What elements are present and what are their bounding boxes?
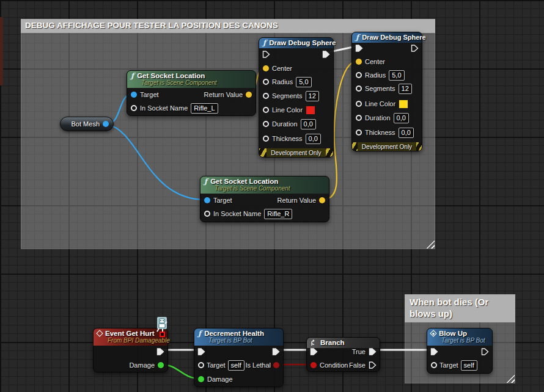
duration-field[interactable]: 0,0 <box>301 119 316 129</box>
exec-out-pin[interactable] <box>322 51 330 58</box>
target-input-pin[interactable] <box>131 92 137 98</box>
node-subtitle: Target is Scene Component <box>215 185 325 192</box>
blueprint-graph-canvas[interactable]: DEBUG AFFICHAGE POUR TESTER LA POSITION … <box>0 0 544 392</box>
true-exec-out-pin[interactable] <box>369 348 377 355</box>
return-value-pin-label: Return Value <box>204 91 243 98</box>
event-icon <box>96 330 103 336</box>
exec-out-pin[interactable] <box>481 348 489 355</box>
line-color-input-pin[interactable] <box>263 107 269 113</box>
radius-input-pin[interactable] <box>356 72 362 78</box>
node-header[interactable]: Blow Up Target is BP Bot <box>427 328 492 346</box>
in-socket-name-pin[interactable] <box>204 211 210 217</box>
return-value-output-pin[interactable] <box>319 197 325 203</box>
damage-input-pin[interactable] <box>198 376 204 382</box>
exec-in-pin[interactable] <box>430 348 438 355</box>
target-input-pin[interactable] <box>204 197 210 203</box>
function-icon: ƒ <box>131 72 134 79</box>
exec-out-pin[interactable] <box>411 45 419 52</box>
node-header[interactable]: ƒ Draw Debug Sphere <box>352 32 422 43</box>
in-socket-name-pin[interactable] <box>131 105 137 111</box>
center-input-pin[interactable] <box>263 65 269 71</box>
thickness-pin-label: Thickness <box>272 135 303 142</box>
exec-out-pin[interactable] <box>156 348 164 355</box>
segments-input-pin[interactable] <box>356 85 362 92</box>
node-get-socket-location-1[interactable]: ƒ Get Socket Location Target is Scene Co… <box>127 70 256 116</box>
exec-in-pin[interactable] <box>262 51 270 58</box>
line-color-swatch[interactable] <box>399 100 408 109</box>
target-field[interactable]: self <box>461 360 477 371</box>
node-bot-mesh[interactable]: Bot Mesh <box>60 117 114 131</box>
node-subtitle: From BPI Damageable <box>108 337 164 344</box>
node-branch[interactable]: Branch True Condition False <box>306 337 380 372</box>
exec-in-pin[interactable] <box>197 348 205 355</box>
false-exec-out-pin[interactable] <box>369 361 377 369</box>
development-only-banner: Development Only <box>259 148 333 157</box>
node-title: Get Socket Location <box>137 72 205 79</box>
radius-field[interactable]: 5,0 <box>296 77 311 87</box>
thickness-field[interactable]: 0,0 <box>306 134 321 144</box>
node-decrement-health[interactable]: ƒ Decrement Health Target is BP Bot Targ… <box>194 328 284 387</box>
breakpoint-marker[interactable] <box>160 332 165 337</box>
node-title: Branch <box>320 339 345 346</box>
node-header[interactable]: ƒ Get Socket Location Target is Scene Co… <box>200 176 329 194</box>
node-get-socket-location-2[interactable]: ƒ Get Socket Location Target is Scene Co… <box>200 176 329 222</box>
line-color-swatch[interactable] <box>306 106 315 115</box>
target-field[interactable]: self <box>228 360 244 371</box>
line-color-pin-label: Line Color <box>365 100 395 107</box>
node-draw-debug-sphere-2[interactable]: ƒ Draw Debug Sphere Center Radius 5,0 Se… <box>351 32 422 151</box>
return-value-pin-label: Return Value <box>278 197 316 204</box>
bot-mesh-output-pin[interactable] <box>103 121 109 127</box>
condition-input-pin[interactable] <box>311 362 317 368</box>
duration-input-pin[interactable] <box>263 121 269 127</box>
function-icon: ƒ <box>356 34 359 41</box>
node-header[interactable]: ƒ Draw Debug Sphere <box>259 38 333 48</box>
target-input-pin[interactable] <box>431 362 437 368</box>
clipped-node-edge <box>0 17 3 85</box>
node-subtitle: Target is BP Bot <box>208 337 279 344</box>
socket-name-field[interactable]: Rifle_R <box>264 209 292 219</box>
duration-input-pin[interactable] <box>356 115 362 121</box>
socket-name-field[interactable]: Rifle_L <box>191 103 218 114</box>
node-header[interactable]: ƒ Get Socket Location Target is Scene Co… <box>127 71 255 88</box>
true-pin-label: True <box>352 348 366 355</box>
line-color-input-pin[interactable] <box>356 101 362 107</box>
bot-blueprint-sprite-icon <box>154 316 168 332</box>
node-blow-up[interactable]: Blow Up Target is BP Bot Target self <box>427 328 493 374</box>
exec-in-pin[interactable] <box>355 45 363 52</box>
segments-pin-label: Segments <box>365 85 395 92</box>
radius-pin-label: Radius <box>365 71 386 79</box>
segments-input-pin[interactable] <box>263 93 269 99</box>
is-lethal-pin-label: Is Lethal <box>245 361 271 369</box>
node-draw-debug-sphere-1[interactable]: ƒ Draw Debug Sphere Center Radius 5,0 Se… <box>259 37 334 158</box>
node-subtitle: Target is Scene Component <box>141 79 252 86</box>
target-input-pin[interactable] <box>198 362 204 368</box>
center-input-pin[interactable] <box>356 59 362 65</box>
node-title: Get Socket Location <box>210 178 278 185</box>
function-icon: ƒ <box>198 330 201 337</box>
condition-pin-label: Condition <box>320 361 348 369</box>
thickness-field[interactable]: 0,0 <box>399 128 414 138</box>
segments-field[interactable]: 12 <box>306 91 319 101</box>
radius-input-pin[interactable] <box>263 79 269 85</box>
center-pin-label: Center <box>365 58 385 65</box>
node-title: Draw Debug Sphere <box>269 39 336 46</box>
node-title: Decrement Health <box>204 330 264 337</box>
wire-botmesh-to-gsl2 <box>108 125 205 200</box>
node-header[interactable]: ƒ Decrement Health Target is BP Bot <box>194 328 283 346</box>
return-value-output-pin[interactable] <box>246 92 252 98</box>
is-lethal-output-pin[interactable] <box>273 362 279 368</box>
duration-field[interactable]: 0,0 <box>394 113 409 123</box>
in-socket-name-label: In Socket Name <box>213 210 261 217</box>
node-event-get-hurt[interactable]: Event Get Hurt From BPI Damageable Damag… <box>93 328 168 372</box>
radius-field[interactable]: 5,0 <box>389 70 404 81</box>
target-pin-label: Target <box>213 197 232 204</box>
exec-out-pin[interactable] <box>272 348 280 355</box>
exec-in-pin[interactable] <box>310 348 318 355</box>
thickness-input-pin[interactable] <box>263 136 269 142</box>
segments-field[interactable]: 12 <box>399 84 412 94</box>
function-icon: ƒ <box>204 178 207 185</box>
thickness-input-pin[interactable] <box>356 129 362 136</box>
damage-pin-label: Damage <box>129 361 155 369</box>
damage-output-pin[interactable] <box>158 362 164 368</box>
duration-pin-label: Duration <box>272 120 298 128</box>
